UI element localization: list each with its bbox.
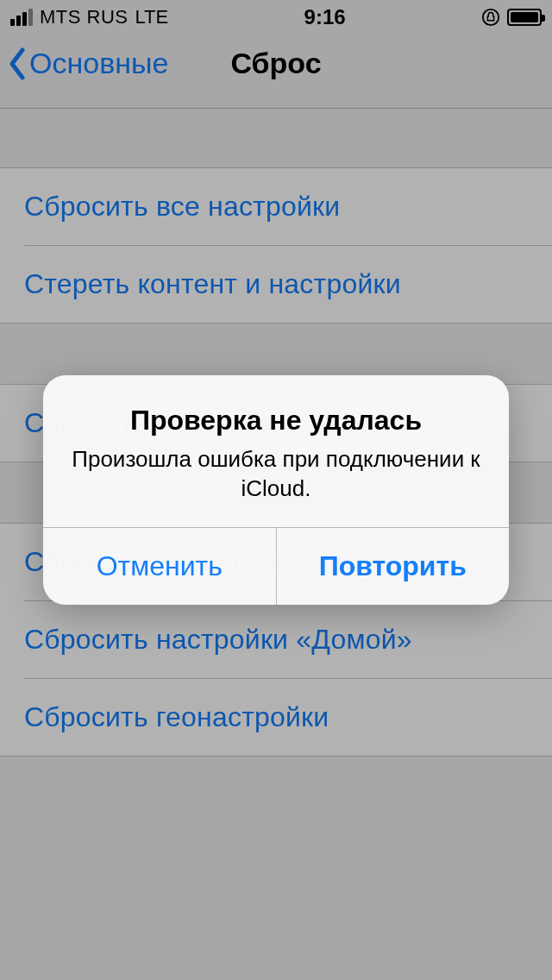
retry-button[interactable]: Повторить	[276, 528, 510, 605]
alert-message: Произошла ошибка при подключении к iClou…	[69, 445, 483, 504]
verification-failed-alert: Проверка не удалась Произошла ошибка при…	[43, 375, 509, 606]
cancel-button[interactable]: Отменить	[43, 528, 276, 605]
alert-container: Проверка не удалась Произошла ошибка при…	[0, 0, 552, 980]
alert-title: Проверка не удалась	[69, 405, 483, 437]
